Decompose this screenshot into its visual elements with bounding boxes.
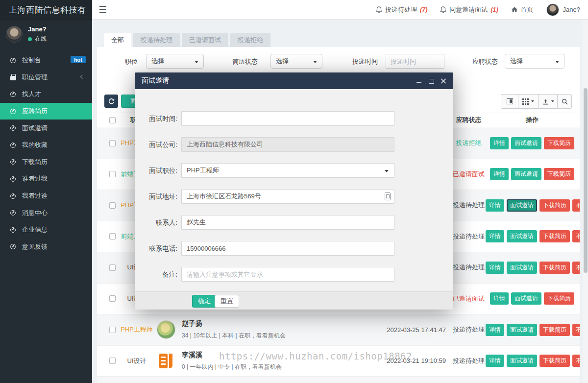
sidebar-item-resumes[interactable]: 应聘简历	[0, 103, 92, 120]
invite-button-focused[interactable]: 面试邀请	[507, 199, 537, 212]
bell-icon	[376, 6, 382, 13]
invite-button[interactable]: 面试邀请	[507, 230, 537, 242]
invite-button[interactable]: 面试邀请	[507, 324, 537, 336]
hamburger-menu-icon[interactable]: ☰	[98, 5, 107, 14]
search-button[interactable]	[557, 94, 572, 109]
row-checkbox[interactable]	[109, 358, 116, 364]
app-window: 上海西陆信息科技有 Jane? 在线 控制台 hot 职位管理 找人	[0, 0, 588, 383]
apply-time-input[interactable]	[386, 54, 444, 69]
reset-button[interactable]: 重置	[215, 295, 239, 308]
download-resume-button[interactable]: 下载简历	[539, 324, 570, 336]
download-resume-button[interactable]: 下载简历	[544, 292, 574, 305]
unfit-button[interactable]: 不合适	[572, 230, 580, 242]
sidebar-item-interviews[interactable]: 面试邀请	[0, 120, 92, 137]
unfit-button[interactable]: 不合适	[572, 324, 580, 336]
download-resume-button[interactable]: 下载简历	[544, 168, 574, 180]
detail-button[interactable]: 详情	[490, 292, 509, 305]
download-resume-button[interactable]: 下载简历	[539, 230, 570, 242]
tab-invited[interactable]: 已邀请面试	[182, 33, 228, 47]
unfit-button[interactable]: 不合适	[572, 199, 580, 212]
table-toolbar	[501, 94, 559, 109]
row-checkbox[interactable]	[109, 295, 116, 302]
sidebar-item-jobs[interactable]: 职位管理	[0, 69, 92, 86]
download-resume-button[interactable]: 下载简历	[539, 355, 570, 367]
notif-pending[interactable]: 投递待处理(7)	[376, 5, 427, 14]
detail-button[interactable]: 详情	[486, 230, 504, 242]
home-icon	[511, 6, 518, 13]
user-avatar	[6, 26, 23, 43]
invite-button[interactable]: 面试邀请	[511, 292, 541, 305]
home-link[interactable]: 首页	[511, 5, 534, 14]
interview-invite-dialog: 面试邀请 面试时间: 面试公司: 面试职位: PHP工程师	[135, 72, 453, 310]
status-badge: 投递待处理	[453, 314, 485, 345]
contact-name-input[interactable]	[181, 215, 394, 230]
tab-pending[interactable]: 投递待处理	[133, 33, 180, 47]
detail-button[interactable]: 详情	[486, 355, 504, 367]
sidebar-item-who-viewed-me[interactable]: 谁看过我	[0, 170, 92, 188]
row-checkbox[interactable]	[109, 264, 116, 271]
online-dot-icon	[28, 37, 32, 41]
filter-label-apply-status: 应聘状态	[472, 57, 498, 66]
invite-button[interactable]: 面试邀请	[511, 137, 541, 149]
interview-position-select[interactable]: PHP工程师	[181, 163, 394, 178]
maximize-icon[interactable]	[428, 78, 434, 84]
sidebar-item-downloads[interactable]: 下载简历	[0, 154, 92, 171]
table-row	[97, 377, 580, 383]
invite-button[interactable]: 面试邀请	[507, 355, 537, 367]
detail-button[interactable]: 详情	[490, 168, 509, 180]
tab-all[interactable]: 全部	[104, 33, 131, 47]
columns-button[interactable]	[518, 94, 539, 109]
close-icon[interactable]	[441, 78, 446, 84]
minimize-icon[interactable]	[416, 78, 422, 84]
refresh-button[interactable]	[104, 95, 118, 108]
filter-label-resume-status: 简历状态	[232, 57, 258, 66]
scrollbar-thumb[interactable]	[584, 88, 588, 273]
interview-address-input[interactable]	[181, 189, 394, 204]
resume-status-select[interactable]: 选择	[270, 54, 322, 69]
row-checkbox[interactable]	[109, 202, 116, 209]
search-icon	[562, 98, 568, 105]
download-resume-button[interactable]: 下载简历	[539, 262, 570, 274]
row-checkbox[interactable]	[109, 171, 116, 177]
applicant-detail: 0 | 一年以内 | 中专 | 在职，看看新机会	[182, 363, 282, 371]
topbar-user[interactable]: Jane?	[546, 3, 580, 16]
confirm-button[interactable]: 确定	[192, 295, 217, 308]
detail-button[interactable]: 详情	[486, 199, 504, 212]
detail-button[interactable]: 详情	[486, 262, 504, 274]
sidebar-item-messages[interactable]: 消息中心	[0, 204, 92, 221]
unfit-button[interactable]: 不合适	[572, 355, 580, 367]
ime-icon	[385, 192, 391, 200]
applicant-avatar	[157, 320, 175, 339]
remark-input[interactable]	[181, 267, 394, 282]
export-button[interactable]	[538, 94, 559, 109]
invite-button[interactable]: 面试邀请	[511, 168, 541, 180]
detail-button[interactable]: 详情	[490, 137, 509, 149]
apply-status-select[interactable]: 选择	[505, 54, 564, 69]
sidebar-item-console[interactable]: 控制台 hot	[0, 52, 92, 69]
notif-agreed[interactable]: 同意邀请面试(1)	[440, 5, 498, 14]
sidebar-item-talent[interactable]: 找人才	[0, 86, 92, 103]
job-select[interactable]: 选择	[146, 54, 204, 69]
download-resume-button[interactable]: 下载简历	[544, 137, 574, 149]
dialog-footer: 确定 重置	[135, 291, 453, 310]
status-badge: 投递待处理	[453, 346, 485, 377]
hot-badge: hot	[71, 56, 86, 63]
select-all-checkbox[interactable]	[109, 117, 116, 123]
row-checkbox[interactable]	[109, 327, 116, 333]
interview-time-input[interactable]	[181, 111, 394, 126]
row-checkbox[interactable]	[109, 233, 116, 239]
user-avatar	[546, 3, 559, 16]
contact-phone-input[interactable]	[181, 241, 394, 256]
download-resume-button[interactable]: 下载简历	[539, 199, 570, 212]
tab-rejected[interactable]: 投递拒绝	[230, 33, 270, 47]
toggle-view-button[interactable]	[501, 94, 518, 109]
invite-button[interactable]: 面试邀请	[507, 262, 537, 274]
detail-button[interactable]: 详情	[486, 324, 504, 336]
sidebar-item-who-i-viewed[interactable]: 我看过谁	[0, 188, 92, 205]
sidebar-item-favorites[interactable]: 我的收藏	[0, 137, 92, 154]
sidebar-item-company-info[interactable]: 企业信息	[0, 221, 92, 239]
sidebar-item-feedback[interactable]: 意见反馈	[0, 239, 92, 256]
row-checkbox[interactable]	[109, 140, 116, 146]
dialog-body: 面试时间: 面试公司: 面试职位: PHP工程师 面试地址: 联系人:	[135, 89, 453, 291]
unfit-button[interactable]: 不合适	[572, 262, 580, 274]
